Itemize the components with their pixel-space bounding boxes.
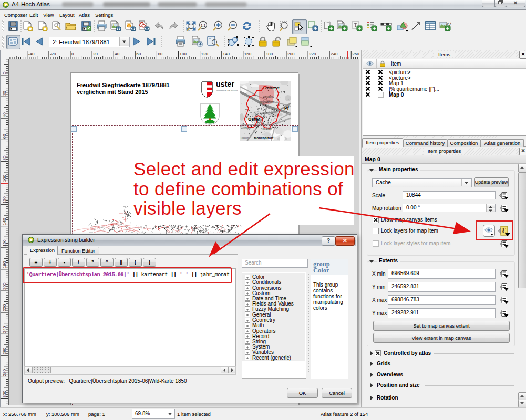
svg-text:60: 60: [2, 134, 7, 139]
svg-text:220: 220: [2, 304, 7, 311]
svg-text:120: 120: [201, 51, 209, 56]
svg-text:140: 140: [2, 218, 7, 225]
svg-text:240: 240: [331, 51, 338, 56]
svg-text:240: 240: [2, 326, 7, 333]
svg-text:200: 200: [2, 282, 7, 290]
svg-text:100: 100: [180, 51, 187, 56]
svg-text:20: 20: [93, 51, 98, 56]
svg-text:140: 140: [223, 51, 230, 56]
svg-text:180: 180: [266, 51, 273, 56]
svg-text:300: 300: [2, 391, 7, 398]
svg-text:160: 160: [244, 51, 252, 56]
svg-text:180: 180: [2, 261, 7, 268]
svg-text:120: 120: [2, 196, 7, 204]
svg-text:220: 220: [309, 51, 316, 56]
svg-text:100: 100: [2, 175, 7, 182]
svg-text:-20: -20: [50, 51, 56, 56]
svg-text:40: 40: [2, 112, 7, 117]
svg-text:Freudwil: Freudwil: [263, 95, 273, 98]
svg-text:260: 260: [2, 347, 7, 354]
svg-text:Fehraltorf: Fehraltorf: [263, 86, 280, 90]
svg-text:80: 80: [158, 51, 162, 56]
svg-text:20: 20: [2, 91, 7, 96]
svg-text:60: 60: [136, 51, 141, 56]
svg-text:-40: -40: [28, 51, 35, 56]
svg-text:280: 280: [2, 369, 7, 376]
svg-text:Wermatswil: Wermatswil: [260, 100, 274, 103]
svg-text:Uster: Uster: [248, 117, 261, 122]
svg-text:200: 200: [287, 51, 295, 56]
svg-text:Pf: Pf: [284, 106, 289, 111]
svg-text:0: 0: [2, 71, 7, 74]
svg-text:80: 80: [2, 155, 7, 160]
svg-text:0: 0: [71, 51, 74, 56]
svg-text:1:1: 1:1: [201, 24, 206, 27]
svg-text:260: 260: [352, 51, 359, 56]
svg-text:40: 40: [115, 51, 119, 56]
svg-text:160: 160: [2, 239, 7, 247]
